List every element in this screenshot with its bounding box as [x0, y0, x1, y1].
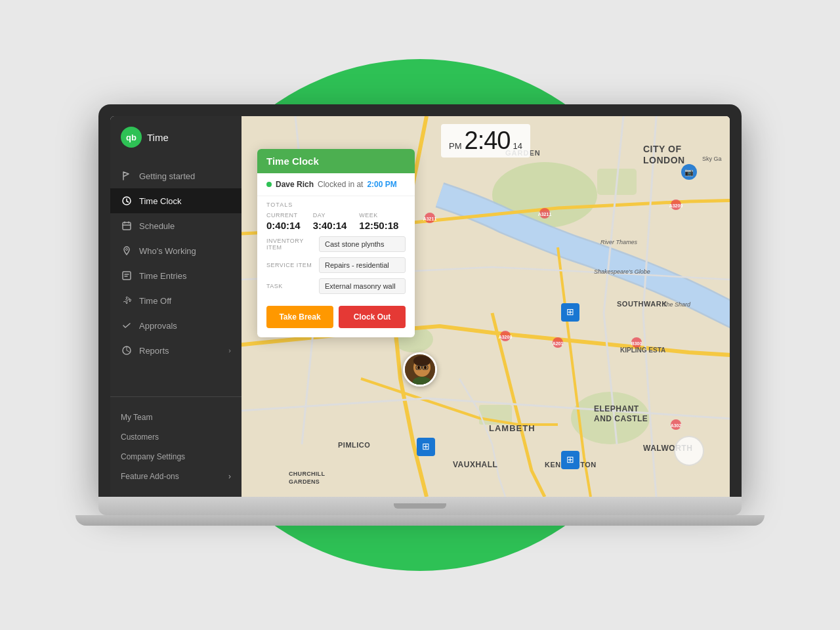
svg-text:Shakespeare's Globe: Shakespeare's Globe — [594, 268, 650, 275]
svg-text:Sky Ga: Sky Ga — [702, 156, 722, 162]
card-fields: INVENTORY ITEM Cast stone plynths SERVIC… — [257, 236, 415, 306]
card-actions: Take Break Clock Out — [257, 306, 415, 337]
whos-working-label: Who's Working — [139, 246, 196, 256]
footer-company-settings[interactable]: Company Settings — [110, 447, 242, 467]
field-row-inventory: INVENTORY ITEM Cast stone plynths — [266, 236, 406, 252]
svg-point-56 — [424, 366, 427, 369]
svg-text:📷: 📷 — [684, 167, 694, 177]
schedule-label: Schedule — [139, 221, 175, 231]
card-user-row: Dave Rich Clocked in at 2:00 PM — [257, 173, 415, 196]
sidebar-item-getting-started[interactable]: Getting started — [110, 163, 242, 188]
svg-rect-3 — [123, 272, 131, 280]
day-value: 3:40:14 — [313, 220, 360, 231]
time-entries-label: Time Entries — [139, 271, 186, 281]
svg-point-51 — [675, 436, 704, 465]
sidebar-footer: My Team Customers Company Settings Featu… — [110, 402, 242, 497]
user-status-dot — [266, 182, 272, 187]
svg-text:SOUTHWARK: SOUTHWARK — [617, 300, 667, 308]
svg-point-54 — [413, 356, 430, 366]
task-label: TASK — [266, 283, 314, 289]
laptop-device: qb Time Getting st — [98, 104, 742, 526]
time-clock-label: Time Clock — [139, 196, 182, 206]
footer-customers[interactable]: Customers — [110, 427, 242, 447]
clocked-status: Clocked in at — [318, 180, 363, 189]
page-background: qb Time Getting st — [0, 0, 840, 630]
totals-label: TOTALS — [266, 201, 406, 208]
total-day: DAY 3:40:14 — [313, 212, 360, 231]
svg-text:River Thames: River Thames — [600, 239, 638, 245]
add-ons-arrow-icon: › — [228, 472, 231, 481]
day-label: DAY — [313, 212, 360, 219]
svg-point-2 — [126, 249, 128, 251]
qb-logo-icon: qb — [121, 127, 142, 148]
laptop-screen-bezel: qb Time Getting st — [98, 104, 742, 497]
location-icon — [121, 245, 133, 257]
week-label: WEEK — [359, 212, 406, 219]
svg-text:KIPLING ESTA: KIPLING ESTA — [620, 346, 665, 354]
user-name: Dave Rich — [276, 180, 314, 189]
total-week: WEEK 12:50:18 — [359, 212, 406, 231]
task-value: External masonry wall — [319, 278, 406, 294]
main-content: A3211 A3211 A3200 A201 A3200 B300 — [242, 116, 730, 497]
svg-rect-1 — [123, 222, 131, 230]
time-hour-minute: 2:40 — [465, 127, 511, 155]
current-value: 0:40:14 — [266, 220, 313, 231]
entries-icon — [121, 270, 133, 282]
nav-divider — [110, 396, 242, 397]
plane-icon — [121, 295, 133, 306]
take-break-button[interactable]: Take Break — [266, 306, 333, 328]
sidebar-item-schedule[interactable]: Schedule — [110, 213, 242, 238]
svg-point-55 — [417, 366, 420, 369]
clock-out-button[interactable]: Clock Out — [339, 306, 406, 328]
sidebar-logo: qb Time — [110, 116, 242, 158]
inventory-value: Cast stone plynths — [319, 236, 406, 252]
reports-icon — [121, 345, 133, 356]
time-off-label: Time Off — [139, 296, 171, 306]
sidebar-nav: Getting started Time Clock — [110, 158, 242, 391]
getting-started-label: Getting started — [139, 171, 195, 181]
svg-text:GARDENS: GARDENS — [289, 478, 320, 485]
reports-arrow-icon: › — [228, 346, 231, 354]
field-row-service: SERVICE ITEM Repairs - residential — [266, 257, 406, 273]
footer-feature-add-ons[interactable]: Feature Add-ons › — [110, 467, 242, 486]
sidebar-item-time-off[interactable]: Time Off — [110, 288, 242, 313]
svg-text:B300: B300 — [631, 341, 642, 346]
sidebar-item-time-entries[interactable]: Time Entries — [110, 263, 242, 288]
time-ampm: PM — [449, 141, 462, 151]
clock-in-time: 2:00 PM — [367, 180, 396, 189]
time-display: PM 2:40 14 — [441, 124, 530, 158]
svg-text:A302: A302 — [671, 423, 682, 428]
footer-my-team[interactable]: My Team — [110, 408, 242, 427]
service-value: Repairs - residential — [319, 257, 406, 273]
sidebar-item-reports[interactable]: Reports › — [110, 338, 242, 363]
svg-text:A201: A201 — [553, 341, 564, 346]
approvals-icon — [121, 320, 133, 331]
reports-label: Reports — [139, 346, 169, 356]
card-header: Time Clock — [257, 149, 415, 173]
laptop-screen: qb Time Getting st — [110, 116, 730, 497]
svg-text:VAUXHALL: VAUXHALL — [453, 460, 497, 469]
svg-text:AND CASTLE: AND CASTLE — [594, 414, 648, 423]
sidebar-item-approvals[interactable]: Approvals — [110, 313, 242, 338]
calendar-icon — [121, 220, 133, 232]
svg-text:CHURCHILL: CHURCHILL — [289, 471, 325, 477]
time-seconds: 14 — [513, 141, 522, 151]
sidebar: qb Time Getting st — [110, 116, 242, 497]
time-clock-card: Time Clock Dave Rich Clocked in at 2:00 … — [257, 149, 415, 337]
app-name: Time — [147, 132, 169, 143]
svg-text:⊞: ⊞ — [422, 441, 430, 452]
svg-text:CITY OF: CITY OF — [643, 144, 681, 154]
svg-text:PIMLICO: PIMLICO — [338, 441, 370, 449]
approvals-label: Approvals — [139, 321, 177, 331]
total-current: CURRENT 0:40:14 — [266, 212, 313, 231]
service-label: SERVICE ITEM — [266, 262, 314, 268]
laptop-base — [98, 497, 742, 515]
sidebar-item-whos-working[interactable]: Who's Working — [110, 238, 242, 263]
svg-text:A3211: A3211 — [538, 212, 552, 217]
flag-icon — [121, 170, 133, 182]
svg-text:The Shard: The Shard — [663, 301, 691, 308]
week-value: 12:50:18 — [359, 220, 406, 231]
svg-text:⊞: ⊞ — [566, 306, 574, 317]
sidebar-item-time-clock[interactable]: Time Clock — [110, 188, 242, 213]
svg-text:A3211: A3211 — [423, 217, 437, 221]
